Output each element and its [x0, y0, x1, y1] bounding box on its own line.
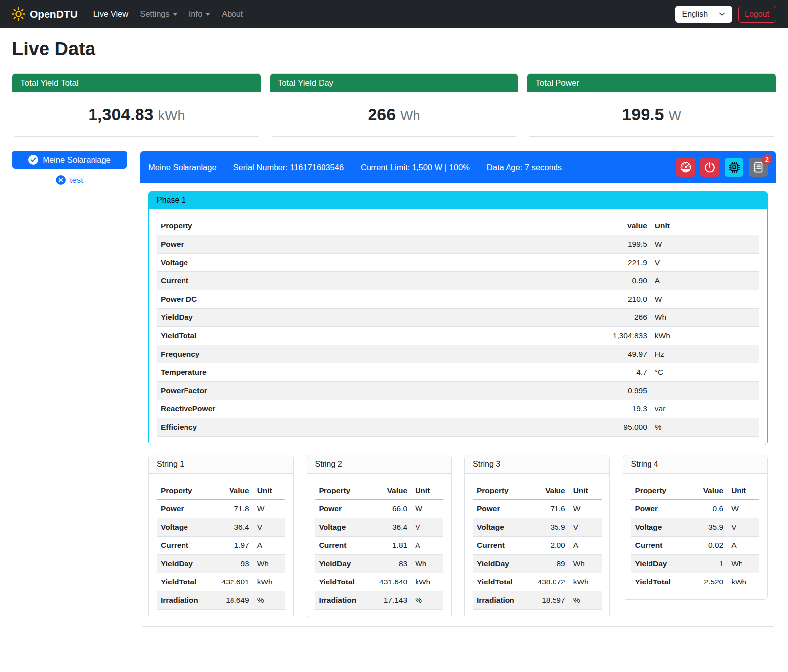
string-card-title: String 4	[623, 455, 768, 474]
navbar: OpenDTU Live View Settings Info About En…	[0, 0, 788, 28]
inverter-limit: Current Limit: 1,500 W | 100%	[361, 163, 470, 172]
brand-label: OpenDTU	[30, 8, 78, 20]
phase-panel-body: PropertyValueUnitPower199.5WVoltage221.9…	[149, 209, 767, 437]
value-cell: 17.143	[371, 591, 411, 610]
unit-cell: V	[569, 518, 602, 537]
column-header: Unit	[651, 217, 759, 235]
nav-item-info[interactable]: Info	[184, 5, 215, 23]
inverter-data-age: Data Age: 7 seconds	[487, 163, 562, 172]
speedometer-icon	[680, 161, 692, 173]
table-row: Irradiation18.649%	[157, 591, 285, 610]
inverter-item-test[interactable]: test	[12, 175, 127, 185]
string-card-title: String 3	[465, 455, 609, 474]
language-value: English	[682, 10, 708, 19]
unit-cell: V	[411, 518, 443, 537]
value-cell: 221.9	[572, 254, 650, 272]
value-cell: 35.9	[529, 518, 569, 537]
power-button[interactable]	[700, 158, 719, 177]
table-row: Temperature4.7°C	[157, 363, 759, 382]
table-row: YieldTotal1,304.833kWh	[157, 327, 759, 345]
table-row: YieldTotal432.601kWh	[157, 573, 285, 591]
x-circle-icon	[56, 175, 66, 185]
table-row: Efficiency95.000%	[157, 418, 759, 437]
property-cell: Irradiation	[473, 591, 529, 610]
column-header: Value	[529, 482, 569, 500]
table-row: YieldDay83Wh	[315, 555, 444, 573]
table-row: Current0.02A	[631, 537, 760, 555]
chevron-down-icon	[719, 11, 725, 17]
phase-panel: Phase 1 PropertyValueUnitPower199.5WVolt…	[148, 191, 768, 445]
inverter-select-button[interactable]: Meine Solaranlage	[12, 151, 127, 169]
nav-item-about[interactable]: About	[217, 5, 248, 23]
table-row: ReactivePower19.3var	[157, 400, 759, 418]
value-cell: 1,304.833	[572, 327, 650, 345]
nav-item-live-view[interactable]: Live View	[89, 5, 133, 23]
value-cell: 49.97	[572, 345, 650, 363]
column-header: Property	[157, 217, 572, 235]
summary-card-total-power: Total Power 199.5W	[527, 73, 776, 137]
logout-button[interactable]: Logout	[738, 6, 776, 23]
property-cell: YieldTotal	[473, 573, 529, 591]
inverter-body: Phase 1 PropertyValueUnitPower199.5WVolt…	[140, 183, 776, 626]
unit-cell	[651, 382, 759, 400]
value-cell: 0.995	[572, 382, 650, 400]
property-cell: Current	[631, 537, 688, 555]
table-row: Irradiation17.143%	[315, 591, 444, 610]
unit-cell: Wh	[569, 555, 602, 573]
property-cell: Voltage	[315, 518, 371, 537]
unit-cell: kWh	[569, 573, 602, 591]
property-cell: Power	[631, 500, 688, 518]
value-cell: 1.81	[371, 537, 411, 555]
column-header: Value	[371, 482, 411, 500]
column-header: Value	[688, 482, 727, 500]
value-cell: 0.90	[572, 272, 650, 290]
summary-card-body: 266Wh	[270, 92, 518, 136]
summary-value: 1,304.83	[88, 105, 153, 124]
property-cell: Power	[157, 235, 572, 254]
column-header: Unit	[727, 482, 759, 500]
property-cell: YieldDay	[157, 309, 572, 327]
property-cell: Power	[473, 500, 529, 518]
table-header-row: PropertyValueUnit	[157, 217, 759, 235]
value-cell: 71.6	[529, 500, 569, 518]
column-header: Property	[631, 482, 688, 500]
value-cell: 95.000	[572, 418, 650, 437]
brand[interactable]: OpenDTU	[12, 7, 78, 21]
table-row: Power71.8W	[157, 500, 285, 518]
column-header: Unit	[411, 482, 443, 500]
unit-cell: V	[651, 254, 759, 272]
table-row: YieldDay266Wh	[157, 309, 759, 327]
summary-card-total-yield-total: Total Yield Total 1,304.83kWh	[12, 73, 261, 137]
value-cell: 210.0	[572, 290, 650, 309]
device-info-button[interactable]	[725, 158, 743, 177]
table-row: Power DC210.0W	[157, 290, 759, 309]
language-select[interactable]: English	[675, 6, 732, 23]
unit-cell: W	[253, 500, 285, 518]
limit-settings-button[interactable]	[676, 158, 695, 177]
main-row: Meine Solaranlage test Meine Solaranlage…	[12, 151, 776, 641]
unit-cell: Wh	[651, 309, 759, 327]
strings-grid: String 1 PropertyValueUnitPower71.8WVolt…	[148, 455, 768, 618]
property-cell: Power	[157, 500, 213, 518]
phase-table: PropertyValueUnitPower199.5WVoltage221.9…	[157, 217, 759, 437]
inverter-select-label: Meine Solaranlage	[43, 155, 111, 165]
table-row: Power66.0W	[315, 500, 444, 518]
value-cell: 2.520	[688, 573, 727, 591]
string-card-title: String 1	[149, 455, 293, 474]
event-count-badge: 2	[762, 154, 772, 165]
table-row: Irradiation18.597%	[473, 591, 602, 610]
value-cell: 199.5	[572, 235, 650, 254]
table-row: Frequency49.97Hz	[157, 345, 759, 363]
table-row: Power199.5W	[157, 235, 759, 254]
table-row: YieldTotal431.640kWh	[315, 573, 444, 591]
table-row: Power0.6W	[631, 500, 760, 518]
unit-cell: Wh	[727, 555, 759, 573]
event-log-button[interactable]: 2	[749, 158, 768, 177]
unit-cell: kWh	[411, 573, 443, 591]
sun-icon	[12, 7, 25, 21]
nav-item-settings[interactable]: Settings	[135, 5, 182, 23]
value-cell: 93	[213, 555, 253, 573]
property-cell: Current	[473, 537, 529, 555]
summary-card-title: Total Yield Day	[270, 74, 518, 92]
value-cell: 438.072	[529, 573, 569, 591]
